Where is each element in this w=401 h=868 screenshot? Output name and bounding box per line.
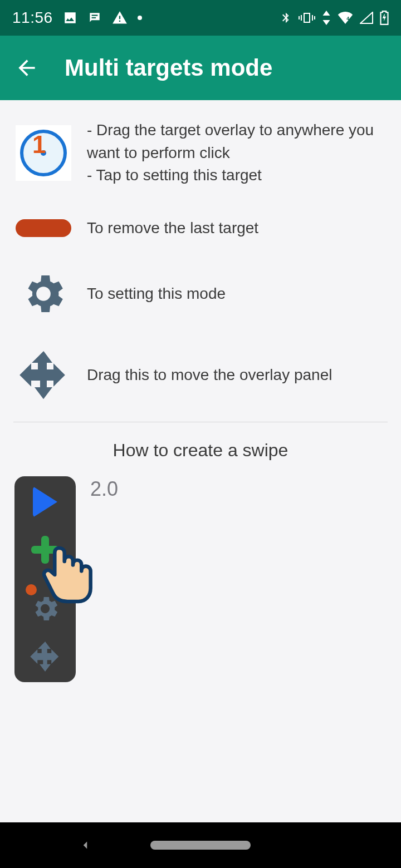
image-icon	[63, 11, 77, 25]
back-button[interactable]	[10, 51, 43, 85]
wifi-icon: 4	[338, 12, 353, 24]
nav-back-button[interactable]	[78, 838, 92, 852]
status-bar: 11:56 4	[0, 0, 401, 36]
content-area: 1 - Drag the target overlay to anywhere …	[0, 100, 401, 682]
signal-icon	[360, 12, 373, 24]
overlay-panel	[14, 476, 76, 682]
pointer-hand-icon	[36, 542, 97, 609]
help-text-remove: To remove the last target	[87, 217, 388, 240]
data-icon	[322, 11, 331, 25]
battery-icon	[380, 11, 389, 25]
remove-pill-icon	[16, 219, 71, 237]
help-row-target: 1 - Drag the target overlay to anywhere …	[13, 119, 388, 187]
play-icon	[33, 486, 57, 517]
target-icon: 1	[16, 125, 71, 181]
panel-move-icon	[28, 640, 62, 673]
help-text-target: - Drag the target overlay to anywhere yo…	[87, 119, 388, 187]
play-button[interactable]	[26, 485, 65, 519]
warning-icon	[112, 10, 128, 26]
help-text-settings: To setting this mode	[87, 283, 388, 305]
help-text-move: Drag this to move the overlay panel	[87, 364, 388, 387]
status-time: 11:56	[12, 9, 53, 27]
swipe-heading: How to create a swipe	[13, 440, 388, 461]
bluetooth-icon	[280, 10, 292, 26]
app-bar: Multi targets mode	[0, 36, 401, 100]
help-row-remove: To remove the last target	[13, 217, 388, 240]
swipe-version-label: 2.0	[90, 477, 118, 501]
system-nav-bar	[0, 822, 401, 868]
gear-icon	[19, 269, 68, 318]
vibrate-icon	[299, 11, 315, 24]
nav-home-pill[interactable]	[150, 841, 251, 850]
move-icon	[17, 348, 70, 402]
divider	[13, 422, 388, 422]
page-title: Multi targets mode	[65, 55, 272, 81]
swipe-illustration: 2.0	[13, 476, 388, 682]
help-row-move: Drag this to move the overlay panel	[13, 348, 388, 402]
panel-move-button[interactable]	[26, 640, 65, 673]
target-number: 1	[32, 131, 46, 159]
help-row-settings: To setting this mode	[13, 269, 388, 318]
dot-icon	[138, 16, 142, 20]
svg-text:4: 4	[346, 16, 349, 21]
message-icon	[87, 11, 102, 25]
